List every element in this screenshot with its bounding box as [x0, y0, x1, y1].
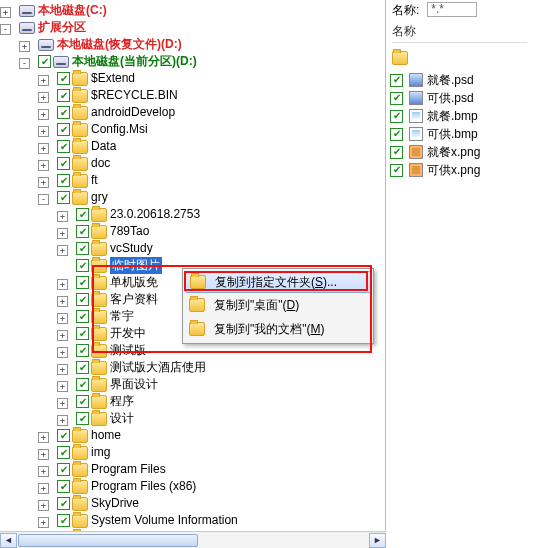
checkbox[interactable] [76, 242, 89, 255]
expand-icon[interactable]: + [19, 41, 30, 52]
file-row[interactable]: 可供.bmp [388, 125, 531, 143]
checkbox[interactable] [57, 140, 70, 153]
expand-icon[interactable]: + [57, 415, 68, 426]
file-row[interactable]: 可供x.png [388, 161, 531, 179]
parent-folder-row[interactable] [388, 49, 531, 71]
tree-node[interactable]: +vcStudy [0, 240, 385, 257]
checkbox[interactable] [57, 446, 70, 459]
checkbox[interactable] [76, 293, 89, 306]
tree-node-d-recover[interactable]: + 本地磁盘(恢复文件)(D:) [0, 36, 385, 53]
checkbox[interactable] [57, 174, 70, 187]
tree-node[interactable]: +img [0, 444, 385, 461]
scroll-right-button[interactable]: ► [369, 533, 386, 548]
checkbox[interactable] [57, 123, 70, 136]
checkbox[interactable] [57, 429, 70, 442]
expand-icon[interactable]: + [38, 483, 49, 494]
tree-node[interactable]: +ft [0, 172, 385, 189]
expand-icon[interactable]: + [38, 92, 49, 103]
expand-icon[interactable]: + [57, 347, 68, 358]
checkbox[interactable] [76, 225, 89, 238]
checkbox[interactable] [76, 327, 89, 340]
tree-node[interactable]: +界面设计 [0, 376, 385, 393]
expand-icon[interactable]: + [38, 449, 49, 460]
checkbox[interactable] [76, 395, 89, 408]
checkbox[interactable] [57, 514, 70, 527]
expand-icon[interactable]: + [57, 279, 68, 290]
checkbox[interactable] [38, 55, 51, 68]
tree-node[interactable]: +home [0, 427, 385, 444]
expand-icon[interactable]: + [38, 126, 49, 137]
checkbox[interactable] [57, 480, 70, 493]
expand-icon[interactable]: + [57, 330, 68, 341]
checkbox[interactable] [57, 463, 70, 476]
checkbox[interactable] [390, 164, 403, 177]
checkbox[interactable] [390, 92, 403, 105]
menu-copy-to-folder[interactable]: 复制到指定文件夹(S)... [185, 271, 371, 293]
expand-icon[interactable]: + [0, 7, 11, 18]
tree-node[interactable]: +程序 [0, 393, 385, 410]
tree-node[interactable]: +$Extend [0, 70, 385, 87]
expand-icon[interactable]: + [57, 296, 68, 307]
checkbox[interactable] [57, 89, 70, 102]
tree-node[interactable]: +Data [0, 138, 385, 155]
file-row[interactable]: 可供.psd [388, 89, 531, 107]
scroll-thumb[interactable] [18, 534, 198, 547]
name-filter-input[interactable]: *.* [427, 2, 477, 17]
expand-icon[interactable]: + [57, 211, 68, 222]
file-row[interactable]: 就餐.bmp [388, 107, 531, 125]
expand-icon[interactable]: + [38, 500, 49, 511]
tree-node-d-current[interactable]: - 本地磁盘(当前分区)(D:) [0, 53, 385, 70]
expand-icon[interactable]: + [38, 75, 49, 86]
expand-icon[interactable]: + [38, 432, 49, 443]
tree-node[interactable]: +System Volume Information [0, 512, 385, 529]
checkbox[interactable] [390, 110, 403, 123]
checkbox[interactable] [390, 128, 403, 141]
tree-node[interactable]: +androidDevelop [0, 104, 385, 121]
file-row[interactable]: 就餐x.png [388, 143, 531, 161]
expand-icon[interactable]: + [57, 313, 68, 324]
expand-icon[interactable]: + [38, 517, 49, 528]
expand-icon[interactable]: + [38, 160, 49, 171]
tree-node-gry[interactable]: - gry [0, 189, 385, 206]
checkbox[interactable] [57, 106, 70, 119]
tree-node-ext-partition[interactable]: - 扩展分区 [0, 19, 385, 36]
checkbox[interactable] [76, 276, 89, 289]
tree-node[interactable]: +doc [0, 155, 385, 172]
tree-node[interactable]: +Program Files (x86) [0, 478, 385, 495]
expand-icon[interactable]: + [38, 177, 49, 188]
expand-icon[interactable]: + [57, 245, 68, 256]
tree-node[interactable]: +设计 [0, 410, 385, 427]
expand-icon[interactable]: + [57, 381, 68, 392]
horizontal-scrollbar[interactable]: ◄ ► [0, 531, 386, 548]
tree-node[interactable]: +测试版 [0, 342, 385, 359]
checkbox[interactable] [390, 146, 403, 159]
checkbox[interactable] [76, 208, 89, 221]
checkbox[interactable] [76, 259, 89, 272]
checkbox[interactable] [76, 412, 89, 425]
tree-node[interactable]: +23.0.20618.2753 [0, 206, 385, 223]
expand-icon[interactable]: + [38, 466, 49, 477]
tree-node[interactable]: +$RECYCLE.BIN [0, 87, 385, 104]
expand-icon[interactable]: + [57, 228, 68, 239]
checkbox[interactable] [76, 310, 89, 323]
checkbox[interactable] [57, 72, 70, 85]
checkbox[interactable] [76, 378, 89, 391]
tree-node[interactable]: +测试版大酒店使用 [0, 359, 385, 376]
column-name[interactable]: 名称 [392, 23, 527, 43]
tree-node[interactable]: +789Tao [0, 223, 385, 240]
checkbox[interactable] [57, 497, 70, 510]
menu-copy-to-documents[interactable]: 复制到"我的文档"(M) [185, 317, 371, 341]
scroll-track[interactable] [17, 533, 369, 548]
tree-node[interactable]: +Program Files [0, 461, 385, 478]
scroll-left-button[interactable]: ◄ [0, 533, 17, 548]
checkbox[interactable] [57, 157, 70, 170]
collapse-icon[interactable]: - [0, 24, 11, 35]
tree-node-c-drive[interactable]: + 本地磁盘(C:) [0, 2, 385, 19]
expand-icon[interactable]: + [57, 398, 68, 409]
tree-node[interactable]: +Config.Msi [0, 121, 385, 138]
checkbox[interactable] [76, 344, 89, 357]
expand-icon[interactable]: + [38, 143, 49, 154]
checkbox[interactable] [390, 74, 403, 87]
menu-copy-to-desktop[interactable]: 复制到"桌面"(D) [185, 293, 371, 317]
tree-node[interactable]: +SkyDrive [0, 495, 385, 512]
